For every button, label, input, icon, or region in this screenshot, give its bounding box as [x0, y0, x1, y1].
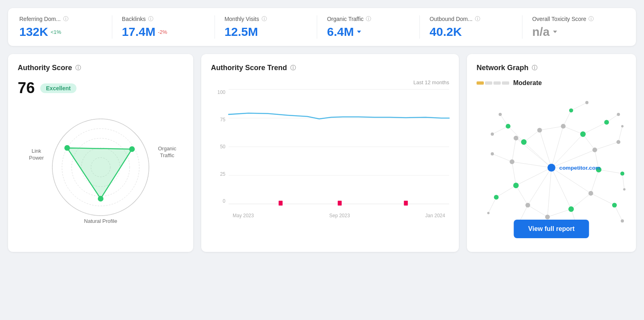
svg-point-64 — [491, 133, 494, 136]
svg-point-8 — [64, 145, 70, 151]
svg-line-32 — [540, 126, 564, 130]
network-graph-card: Network Graph ⓘ Moderate — [467, 54, 636, 252]
authority-trend-title: Authority Score Trend ⓘ — [211, 64, 449, 72]
svg-line-60 — [615, 205, 623, 221]
svg-point-91 — [510, 159, 514, 164]
info-icon-monthly-visits[interactable]: ⓘ — [262, 15, 267, 23]
svg-line-34 — [583, 134, 594, 150]
svg-point-86 — [588, 191, 593, 196]
authority-trend-info-icon[interactable]: ⓘ — [290, 64, 296, 72]
network-graph-info-icon[interactable]: ⓘ — [532, 64, 537, 72]
metric-item-outbound-domains: Outbound Dom... ⓘ40.2K — [420, 15, 522, 39]
metric-item-referring-domains: Referring Dom... ⓘ132K<1% — [19, 15, 112, 39]
authority-score-info-icon[interactable]: ⓘ — [75, 64, 81, 72]
metric-label-organic-traffic: Organic Traffic ⓘ — [327, 15, 410, 23]
svg-point-69 — [617, 140, 621, 144]
info-icon-outbound-domains[interactable]: ⓘ — [475, 15, 480, 23]
svg-point-93 — [580, 131, 586, 137]
svg-point-72 — [623, 188, 625, 191]
network-legend: Moderate — [477, 79, 626, 87]
svg-point-68 — [617, 113, 620, 116]
legend-segment-2 — [485, 81, 492, 85]
metric-value-outbound-domains: 40.2K — [429, 25, 512, 39]
legend-segment-4 — [502, 81, 509, 85]
svg-point-81 — [537, 128, 542, 133]
legend-bar — [477, 81, 509, 85]
legend-segment-1 — [477, 81, 484, 85]
svg-line-36 — [591, 170, 599, 193]
svg-text:competitor.com: competitor.com — [559, 165, 601, 171]
cards-row: Authority Score ⓘ 76 Excellent LinkPower… — [8, 54, 636, 252]
metric-item-toxicity-score: Overall Toxicity Score ⓘn/a — [522, 15, 625, 39]
authority-score-card: Authority Score ⓘ 76 Excellent LinkPower… — [8, 54, 193, 252]
network-graph-title: Network Graph ⓘ — [477, 64, 626, 72]
legend-segment-3 — [493, 81, 501, 85]
svg-line-46 — [583, 122, 607, 134]
svg-point-63 — [499, 113, 502, 116]
svg-rect-17 — [404, 201, 408, 206]
score-row: 76 Excellent — [18, 79, 184, 97]
svg-rect-16 — [338, 201, 342, 206]
radar-label-natural-profile: Natural Profile — [84, 218, 117, 225]
metric-value-organic-traffic[interactable]: 6.4M — [327, 25, 410, 39]
svg-line-55 — [571, 102, 587, 110]
metric-value-backlinks: 17.4M-2% — [122, 25, 205, 39]
trend-period: Last 12 months — [211, 79, 449, 85]
svg-point-102 — [569, 108, 573, 112]
svg-point-78 — [487, 212, 489, 214]
svg-point-9 — [98, 196, 103, 202]
svg-line-26 — [547, 168, 551, 217]
svg-point-97 — [521, 139, 527, 145]
svg-point-70 — [621, 125, 623, 127]
radar-label-link-power: LinkPower — [29, 148, 44, 162]
trend-chart-area: 100 75 50 25 0 — [211, 89, 449, 218]
x-axis-labels: May 2023 Sep 2023 Jan 2024 — [229, 213, 449, 218]
svg-line-47 — [595, 142, 619, 150]
metric-label-monthly-visits: Monthly Visits ⓘ — [225, 15, 308, 23]
dropdown-arrow-organic-traffic[interactable] — [357, 31, 361, 33]
svg-point-96 — [513, 183, 519, 188]
metric-label-referring-domains: Referring Dom... ⓘ — [19, 15, 102, 23]
svg-line-57 — [492, 126, 508, 134]
svg-line-38 — [547, 209, 571, 217]
metric-item-monthly-visits: Monthly Visits ⓘ12.5M — [215, 15, 318, 39]
metric-value-toxicity-score[interactable]: n/a — [532, 25, 615, 39]
svg-point-89 — [525, 203, 530, 208]
svg-line-28 — [516, 168, 551, 185]
info-icon-toxicity-score[interactable]: ⓘ — [588, 15, 594, 23]
svg-point-88 — [545, 214, 550, 219]
info-icon-backlinks[interactable]: ⓘ — [148, 15, 153, 23]
radar-svg — [48, 115, 153, 220]
svg-point-99 — [612, 203, 617, 208]
radar-label-organic-traffic: OrganicTraffic — [158, 145, 176, 159]
svg-line-52 — [496, 185, 516, 197]
svg-point-74 — [621, 219, 624, 222]
info-icon-referring-domains[interactable]: ⓘ — [63, 15, 68, 23]
svg-line-59 — [618, 126, 622, 142]
network-legend-label: Moderate — [513, 79, 542, 87]
svg-point-79 — [491, 152, 494, 156]
authority-trend-card: Authority Score Trend ⓘ Last 12 months 1… — [201, 54, 459, 252]
svg-rect-15 — [279, 201, 283, 206]
svg-line-37 — [571, 193, 591, 209]
svg-point-84 — [592, 148, 597, 152]
y-axis: 100 75 50 25 0 — [211, 89, 225, 204]
metric-value-monthly-visits: 12.5M — [225, 25, 308, 39]
dropdown-arrow-toxicity-score[interactable] — [553, 31, 557, 33]
authority-score-badge: Excellent — [40, 83, 76, 93]
metric-label-outbound-domains: Outbound Dom... ⓘ — [429, 15, 512, 23]
svg-marker-6 — [67, 148, 132, 199]
info-icon-organic-traffic[interactable]: ⓘ — [366, 15, 371, 23]
svg-line-58 — [488, 197, 496, 213]
authority-trend-label: Authority Score Trend — [211, 64, 287, 72]
svg-line-41 — [512, 162, 516, 185]
network-graph-label: Network Graph — [477, 64, 528, 72]
svg-line-25 — [551, 168, 571, 209]
svg-point-105 — [547, 164, 555, 172]
metric-value-referring-domains: 132K<1% — [19, 25, 102, 39]
metric-item-organic-traffic: Organic Traffic ⓘ6.4M — [317, 15, 420, 39]
svg-point-66 — [585, 101, 588, 104]
view-full-report-button[interactable]: View full report — [514, 220, 589, 238]
svg-line-33 — [563, 126, 583, 134]
radar-chart-container: LinkPower OrganicTraffic Natural Profile — [18, 105, 184, 230]
